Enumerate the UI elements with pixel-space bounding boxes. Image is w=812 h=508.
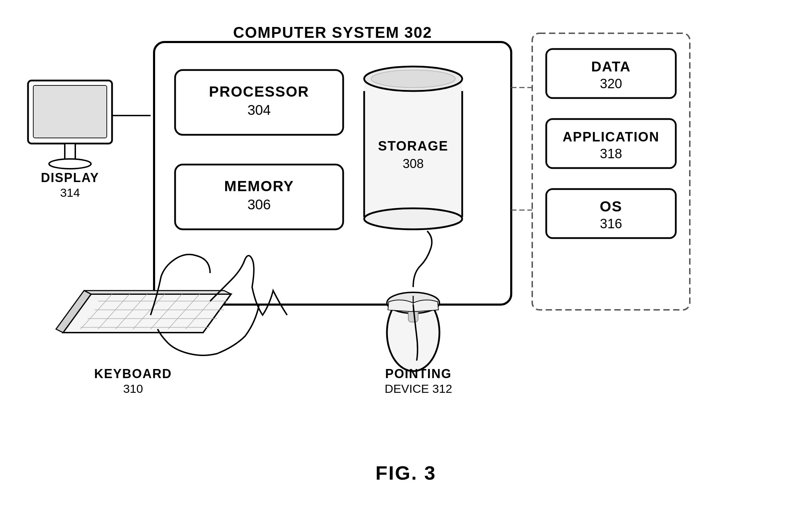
svg-text:FIG. 3: FIG. 3 — [375, 462, 436, 484]
svg-text:APPLICATION: APPLICATION — [563, 130, 660, 144]
svg-point-50 — [387, 294, 439, 371]
svg-text:314: 314 — [60, 186, 80, 199]
svg-text:304: 304 — [248, 102, 271, 118]
svg-point-12 — [364, 67, 462, 91]
svg-rect-53 — [408, 305, 418, 322]
svg-rect-20 — [546, 119, 676, 168]
svg-point-13 — [371, 70, 455, 88]
svg-text:DEVICE 312: DEVICE 312 — [385, 382, 452, 395]
svg-line-43 — [116, 294, 147, 329]
svg-rect-23 — [546, 189, 676, 238]
svg-text:320: 320 — [600, 76, 622, 91]
svg-rect-30 — [65, 144, 75, 161]
svg-rect-0 — [154, 42, 511, 305]
svg-text:KEYBOARD: KEYBOARD — [94, 367, 172, 381]
svg-rect-2 — [175, 70, 343, 135]
svg-line-46 — [168, 294, 200, 329]
svg-text:308: 308 — [403, 156, 424, 171]
svg-point-51 — [387, 292, 439, 313]
svg-text:COMPUTER SYSTEM 302: COMPUTER SYSTEM 302 — [233, 24, 432, 41]
svg-text:318: 318 — [600, 146, 622, 161]
svg-text:DISPLAY: DISPLAY — [41, 171, 99, 185]
svg-line-42 — [98, 294, 130, 329]
svg-text:STORAGE: STORAGE — [378, 139, 448, 153]
diagram-container: COMPUTER SYSTEM 302 PROCESSOR 304 MEMORY… — [0, 0, 812, 508]
svg-rect-5 — [175, 165, 343, 229]
svg-text:DATA: DATA — [591, 59, 631, 74]
svg-text:316: 316 — [600, 216, 622, 231]
svg-text:310: 310 — [123, 382, 143, 395]
svg-rect-17 — [546, 49, 676, 98]
svg-line-44 — [133, 294, 165, 329]
svg-rect-29 — [33, 85, 107, 138]
svg-marker-36 — [56, 291, 91, 333]
svg-line-45 — [151, 294, 182, 329]
svg-rect-28 — [28, 81, 112, 144]
svg-text:POINTING: POINTING — [385, 367, 452, 381]
svg-text:OS: OS — [600, 198, 623, 215]
svg-rect-8 — [364, 77, 462, 224]
svg-point-11 — [364, 208, 462, 229]
svg-line-47 — [186, 294, 217, 329]
svg-point-31 — [49, 159, 91, 169]
svg-text:PROCESSOR: PROCESSOR — [209, 83, 309, 100]
svg-line-41 — [81, 294, 112, 329]
svg-text:MEMORY: MEMORY — [224, 178, 294, 194]
svg-marker-35 — [84, 291, 231, 294]
svg-marker-34 — [63, 294, 231, 333]
svg-rect-16 — [532, 33, 690, 310]
svg-text:306: 306 — [248, 197, 271, 212]
